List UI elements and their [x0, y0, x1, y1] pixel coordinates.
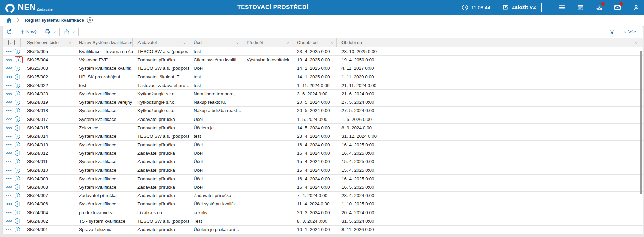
- row-info-button[interactable]: i: [15, 218, 20, 224]
- table-row[interactable]: iSK/24/017Systém kvalifikaceZadavatel př…: [3, 115, 643, 124]
- table-row[interactable]: iSK/24/006Systém kvalifikaceZadavatel př…: [3, 200, 643, 208]
- column-filter-icon[interactable]: ▽: [331, 41, 333, 44]
- row-menu-button[interactable]: [6, 186, 12, 188]
- row-info-button[interactable]: i: [15, 150, 20, 156]
- calendar-button[interactable]: [576, 3, 585, 11]
- refresh-button[interactable]: [6, 29, 12, 35]
- row-menu-button[interactable]: [6, 110, 12, 112]
- row-info-button[interactable]: i: [15, 193, 20, 198]
- row-info-button[interactable]: i: [15, 66, 20, 71]
- column-header-purpose[interactable]: Účel▽: [189, 38, 242, 47]
- row-menu-button[interactable]: [6, 51, 12, 52]
- table-row[interactable]: iSK/24/004produktová videaLízátka s.r.o.…: [3, 208, 643, 217]
- table-row[interactable]: iSK/24/002TS - systém kvalifikaceTESCO S…: [3, 217, 643, 225]
- table-row[interactable]: iSK/24/015ŽelezniceZadavatel příručkaÚče…: [3, 124, 643, 132]
- create-vz-button[interactable]: Založit VZ: [502, 4, 536, 11]
- cell-purpose: cokoliv: [189, 210, 242, 215]
- row-info-button[interactable]: i: [15, 142, 20, 147]
- row-info-button[interactable]: i: [15, 91, 20, 96]
- row-info-button[interactable]: i: [15, 116, 20, 122]
- row-info-button[interactable]: i: [15, 74, 20, 80]
- row-menu-button[interactable]: [6, 101, 12, 103]
- column-header-subject[interactable]: Předmět▽: [242, 38, 292, 47]
- row-menu-button[interactable]: [6, 93, 12, 95]
- table-row[interactable]: iSK/24/013Systém kvalifikaceZadavatel př…: [3, 141, 643, 149]
- row-menu-button[interactable]: [6, 67, 12, 69]
- table-row[interactable]: iSK/25/003Systém kvalifikace kvalifik…TE…: [3, 64, 643, 73]
- row-info-button[interactable]: i: [15, 227, 20, 232]
- table-row[interactable]: iSK/24/009Systém kvalifikaceZadavatel př…: [3, 175, 643, 183]
- column-filter-icon[interactable]: ▽: [183, 41, 186, 44]
- table-row[interactable]: iSK/24/020Systém kvalifikaceKytkodžungle…: [3, 90, 643, 98]
- row-menu-button[interactable]: [6, 178, 12, 180]
- row-menu-button[interactable]: [6, 220, 12, 222]
- downloads-button[interactable]: [595, 3, 603, 11]
- column-filter-icon[interactable]: ▽: [287, 41, 289, 44]
- row-menu-button[interactable]: [6, 212, 12, 214]
- table-row[interactable]: iSK/24/012Systém kvalifikaceZadavatel př…: [3, 149, 643, 157]
- export-button[interactable]: ▽: [64, 29, 75, 35]
- row-info-button[interactable]: i: [15, 176, 20, 181]
- row-menu-button[interactable]: [6, 76, 12, 78]
- row-info-button[interactable]: i: [15, 83, 20, 88]
- column-filter-icon[interactable]: ▽: [69, 41, 71, 44]
- row-info-button[interactable]: i: [15, 49, 20, 54]
- row-info-button[interactable]: i: [15, 210, 20, 215]
- row-info-button[interactable]: i: [15, 100, 20, 105]
- user-button[interactable]: [632, 3, 640, 11]
- table-row[interactable]: iSK/24/001Správa železnicZadavatel příru…: [3, 226, 643, 234]
- filter-button[interactable]: [609, 29, 615, 35]
- row-info-button[interactable]: i: [15, 108, 20, 113]
- row-menu-button[interactable]: [6, 118, 12, 120]
- table-row[interactable]: iSK/24/018Systém kvalifikaceKytkodžungle…: [3, 107, 643, 115]
- nen-logo[interactable]: NEN Zadavatel: [5, 1, 53, 14]
- export-dropdown-icon[interactable]: ▽: [73, 30, 75, 33]
- row-menu-button[interactable]: [6, 144, 12, 146]
- column-header-system-number[interactable]: Systémové číslo▽: [21, 38, 74, 47]
- column-filter-icon[interactable]: ▽: [236, 41, 239, 44]
- column-header-period-to[interactable]: Období do▽: [337, 38, 643, 47]
- row-menu-button[interactable]: [6, 85, 12, 86]
- close-tab-icon[interactable]: ×: [87, 17, 93, 23]
- table-row[interactable]: iSK/24/010Systém kvalifikaceZadavatel př…: [3, 166, 643, 175]
- row-info-button[interactable]: i: [15, 184, 20, 190]
- row-menu-button[interactable]: [6, 170, 12, 171]
- table-row[interactable]: iSK/25/005Kvalifikace - Továrna na čo…TE…: [3, 47, 643, 56]
- row-menu-button[interactable]: [6, 203, 12, 205]
- row-menu-button[interactable]: [6, 136, 12, 137]
- row-menu-button[interactable]: [6, 59, 12, 61]
- row-menu-button[interactable]: [6, 195, 12, 196]
- row-info-button[interactable]: i: [15, 159, 20, 164]
- row-menu-button[interactable]: [6, 161, 12, 162]
- view-all-dropdown[interactable]: ▽ Vše: [623, 29, 636, 34]
- table-row[interactable]: iSK/24/022testTestovací zadavatel pro …t…: [3, 81, 643, 90]
- table-row[interactable]: iSK/24/014Systém kvalifikaceTESCO SW a.s…: [3, 132, 643, 141]
- column-header-contracting-authority[interactable]: Zadavatel▽: [133, 38, 189, 47]
- vertical-scrollbar[interactable]: [640, 51, 642, 194]
- column-header-period-from[interactable]: Období od▽: [292, 38, 337, 47]
- table-row[interactable]: iSK/24/019Systém kvalifikace veřejnýKytk…: [3, 98, 643, 107]
- breadcrumb-page-title[interactable]: Registr systému kvalifikace: [25, 18, 84, 23]
- column-header-qualification-name[interactable]: Název Systému kvalifikace▽: [74, 38, 133, 47]
- table-row[interactable]: iSK/24/007Zadavatel příručkaZadavatel př…: [3, 192, 643, 200]
- table-row[interactable]: iSK/24/011Systém kvalifikaceZadavatel př…: [3, 157, 643, 166]
- new-button[interactable]: + Nový: [20, 29, 36, 35]
- messages-button[interactable]: [613, 3, 621, 11]
- table-row[interactable]: iSK/24/008System kvalifikaceZadavatel př…: [3, 183, 643, 191]
- row-info-button[interactable]: i: [15, 125, 20, 131]
- row-menu-button[interactable]: [6, 229, 12, 230]
- row-info-button[interactable]: i: [15, 168, 20, 173]
- home-icon[interactable]: [6, 17, 12, 23]
- column-chooser-icon[interactable]: ⇄: [8, 40, 15, 45]
- menu-button[interactable]: [558, 3, 566, 11]
- cell-period-to: 15. 4. 2025 0:00: [337, 168, 643, 173]
- row-info-button[interactable]: i: [15, 201, 20, 207]
- print-button[interactable]: ▽: [44, 29, 55, 35]
- row-menu-button[interactable]: [6, 152, 12, 154]
- print-dropdown-icon[interactable]: ▽: [53, 30, 55, 33]
- column-filter-icon[interactable]: ▽: [635, 41, 637, 44]
- row-info-button[interactable]: i: [15, 134, 20, 139]
- row-menu-button[interactable]: [6, 127, 12, 129]
- table-row[interactable]: iSK/25/002HP_SK pro zahájeníZadavatel_šk…: [3, 73, 643, 81]
- table-row[interactable]: iSK/25/004Výstavba FVEZadavatel příručka…: [3, 56, 643, 64]
